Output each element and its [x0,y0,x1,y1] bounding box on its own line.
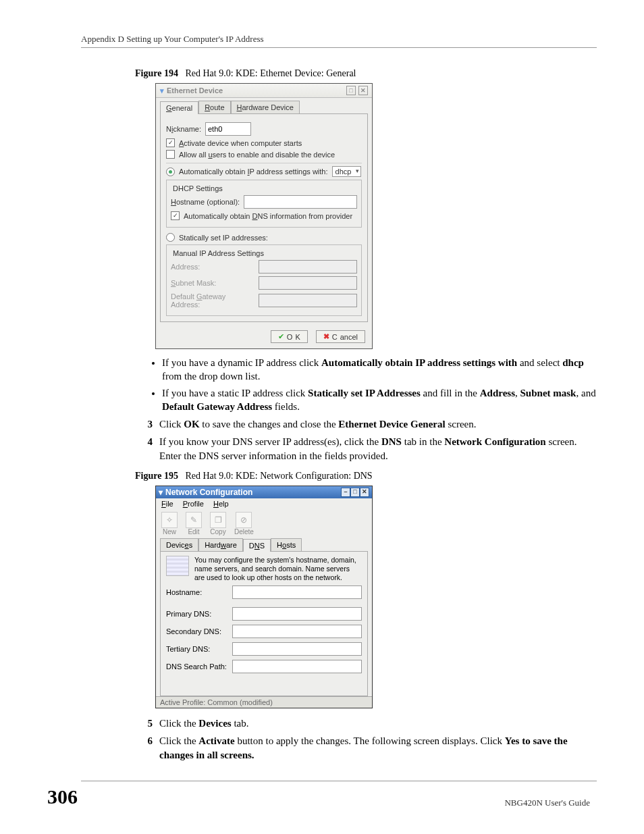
allow-users-checkbox[interactable] [166,150,175,159]
auto-dns-checkbox[interactable]: ✓ [171,211,180,220]
tb-edit[interactable]: ✎Edit [186,512,202,536]
bullet-dynamic-ip: If you have a dynamic IP address click A… [162,356,597,384]
step-6: 6 Click the Activate button to apply the… [135,734,597,762]
subnet-label: Subnet Mask: [171,279,254,287]
gateway-label: Default Gateway Address: [171,292,254,309]
tertiary-dns-input[interactable] [232,642,362,656]
guide-name: NBG420N User's Guide [504,798,590,808]
dhcp-select[interactable]: dhcp [332,166,362,177]
step-3: 3 Click OK to save the changes and close… [135,417,597,431]
auto-dns-label: Automatically obtain DNS information fro… [184,212,352,220]
ethernet-device-dialog: ▾ Ethernet Device □ ✕ General Route Hard… [155,83,373,349]
figure-195-caption: Figure 195 Red Hat 9.0: KDE: Network Con… [135,471,597,481]
menu-profile[interactable]: Profile [183,500,204,508]
network-config-dialog: ▾ Network Configuration – □ ✕ File Profi… [155,486,373,708]
address-input [259,260,357,273]
close-icon[interactable]: ✕ [358,86,368,95]
bullet-static-ip: If you have a static IP address click St… [162,386,597,414]
hostname-label: Hostname: [166,588,228,596]
ok-button[interactable]: ✔ OK [271,330,308,343]
nickname-input[interactable] [205,122,251,136]
menu-file[interactable]: File [161,500,173,508]
primary-dns-input[interactable] [232,607,362,621]
menubar: File Profile Help [156,498,372,509]
activate-checkbox[interactable]: ✓ [166,138,175,147]
primary-dns-label: Primary DNS: [166,610,228,618]
nickname-label: Nickname: [166,125,201,133]
allow-users-label: Allow all users to enable and disable th… [179,151,335,159]
secondary-dns-label: Secondary DNS: [166,627,228,635]
minimize-icon[interactable]: – [341,488,350,497]
tb-new[interactable]: ✧New [161,512,178,536]
info-icon [166,556,189,576]
tb-delete[interactable]: ⊘Delete [234,512,254,536]
tab-hosts[interactable]: Hosts [271,538,302,551]
tab-dns[interactable]: DNS [243,539,271,552]
edit-icon: ✎ [186,512,202,528]
dialog-titlebar: ▾ Ethernet Device □ ✕ [156,84,372,98]
toolbar: ✧New ✎Edit ❐Copy ⊘Delete [156,509,372,537]
hostname-opt-input[interactable] [244,195,357,209]
caret-down-icon: ▾ [159,488,163,497]
dhcp-settings-title: DHCP Settings [171,184,225,192]
cancel-button[interactable]: ✖ Cancel [316,330,365,343]
dialog-title-text: Ethernet Device [167,86,223,95]
subnet-input [259,276,357,290]
auto-ip-label: Automatically obtain IP address settings… [179,167,328,176]
tab-general[interactable]: General [160,101,198,114]
tab-route[interactable]: Route [198,101,230,113]
gateway-input [259,294,357,307]
tertiary-dns-label: Tertiary DNS: [166,645,228,653]
secondary-dns-input[interactable] [232,625,362,638]
static-ip-radio[interactable] [166,233,175,242]
menu-help[interactable]: Help [213,500,229,508]
dialog2-title-text: Network Configuration [165,488,252,497]
page-number: 306 [47,785,78,808]
tb-copy[interactable]: ❐Copy [210,512,226,536]
tab-hardware-device[interactable]: Hardware Device [231,101,300,113]
new-icon: ✧ [161,512,178,528]
hostname-opt-label: Hostname (optional): [171,198,240,206]
manual-ip-title: Manual IP Address Settings [171,249,266,257]
x-icon: ✖ [323,332,329,341]
step-5: 5 Click the Devices tab. [135,716,597,730]
step-4: 4 If you know your DNS server IP address… [135,435,597,463]
static-ip-label: Statically set IP addresses: [179,234,268,242]
close-icon[interactable]: ✕ [360,488,369,497]
hostname-input[interactable] [232,585,362,599]
maximize-icon[interactable]: □ [350,488,360,497]
tab-hardware[interactable]: Hardware [198,538,243,551]
status-bar: Active Profile: Common (modified) [156,696,372,708]
copy-icon: ❐ [210,512,226,528]
address-label: Address: [171,263,254,271]
maximize-icon[interactable]: □ [346,86,356,95]
tabbar: General Route Hardware Device [156,98,372,113]
dialog2-titlebar: ▾ Network Configuration – □ ✕ [156,486,372,498]
figure-194-caption: Figure 194 Red Hat 9.0: KDE: Ethernet De… [135,68,597,79]
search-path-label: DNS Search Path: [166,662,228,671]
caret-down-icon: ▾ [160,86,164,95]
activate-label: Activate device when computer starts [179,139,302,147]
search-path-input[interactable] [232,660,362,673]
check-icon: ✔ [278,332,284,341]
page-header: Appendix D Setting up Your Computer's IP… [81,34,597,48]
delete-icon: ⊘ [236,512,252,528]
tab-devices[interactable]: Devices [160,538,198,551]
info-text: You may configure the system's hostname,… [194,556,362,582]
auto-ip-radio[interactable] [166,167,175,176]
